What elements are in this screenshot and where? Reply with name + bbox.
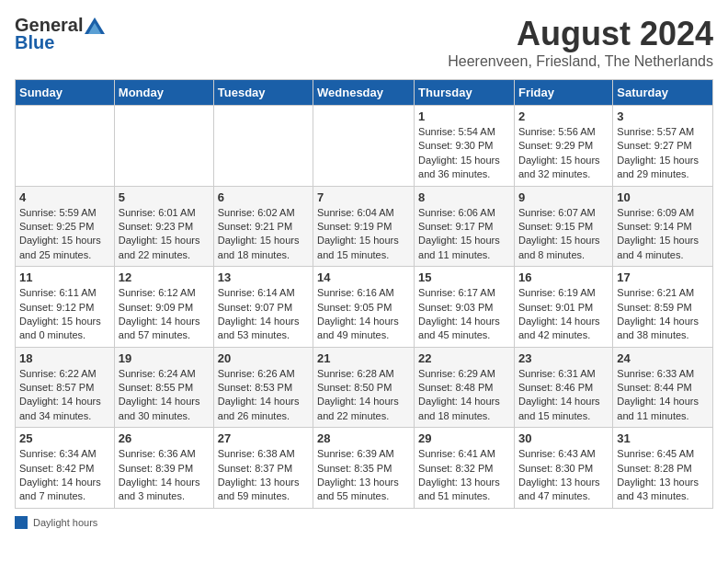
day-info: Sunrise: 6:38 AM Sunset: 8:37 PM Dayligh… [218,447,309,504]
calendar-cell: 11Sunrise: 6:11 AM Sunset: 9:12 PM Dayli… [16,267,115,348]
day-info: Sunrise: 5:57 AM Sunset: 9:27 PM Dayligh… [617,125,709,182]
page-header: General Blue August 2024 Heerenveen, Fri… [15,15,713,70]
day-info: Sunrise: 6:43 AM Sunset: 8:30 PM Dayligh… [518,447,609,504]
day-info: Sunrise: 5:56 AM Sunset: 9:29 PM Dayligh… [518,125,609,182]
day-number: 24 [617,351,709,365]
weekday-header-tuesday: Tuesday [213,80,313,106]
location: Heerenveen, Friesland, The Netherlands [448,53,713,70]
calendar-cell: 31Sunrise: 6:45 AM Sunset: 8:28 PM Dayli… [613,428,713,509]
legend-label: Daylight hours [33,517,97,528]
calendar-cell: 17Sunrise: 6:21 AM Sunset: 8:59 PM Dayli… [613,267,713,348]
calendar-cell: 14Sunrise: 6:16 AM Sunset: 9:05 PM Dayli… [313,267,415,348]
weekday-header-thursday: Thursday [415,80,515,106]
day-number: 9 [518,190,609,204]
day-info: Sunrise: 6:07 AM Sunset: 9:15 PM Dayligh… [518,206,609,263]
logo-icon [85,17,105,34]
weekday-header-wednesday: Wednesday [313,80,415,106]
day-number: 16 [518,270,609,284]
day-number: 23 [518,351,609,365]
calendar-cell: 23Sunrise: 6:31 AM Sunset: 8:46 PM Dayli… [514,347,612,428]
calendar-cell: 6Sunrise: 6:02 AM Sunset: 9:21 PM Daylig… [213,186,313,267]
day-number: 13 [218,270,309,284]
day-number: 25 [19,431,110,445]
calendar-cell: 5Sunrise: 6:01 AM Sunset: 9:23 PM Daylig… [114,186,213,267]
weekday-header-sunday: Sunday [16,80,115,106]
calendar-week-1: 1Sunrise: 5:54 AM Sunset: 9:30 PM Daylig… [16,106,713,187]
day-info: Sunrise: 6:45 AM Sunset: 8:28 PM Dayligh… [617,447,709,504]
day-number: 18 [19,351,110,365]
day-info: Sunrise: 6:09 AM Sunset: 9:14 PM Dayligh… [617,206,709,263]
day-info: Sunrise: 6:16 AM Sunset: 9:05 PM Dayligh… [317,286,410,343]
calendar-cell: 21Sunrise: 6:28 AM Sunset: 8:50 PM Dayli… [313,347,415,428]
day-number: 11 [19,270,110,284]
day-info: Sunrise: 6:04 AM Sunset: 9:19 PM Dayligh… [317,206,410,263]
day-number: 14 [317,270,410,284]
day-number: 30 [518,431,609,445]
day-info: Sunrise: 6:14 AM Sunset: 9:07 PM Dayligh… [218,286,309,343]
calendar-cell: 15Sunrise: 6:17 AM Sunset: 9:03 PM Dayli… [415,267,515,348]
day-number: 2 [518,109,609,123]
day-info: Sunrise: 5:59 AM Sunset: 9:25 PM Dayligh… [19,206,110,263]
legend: Daylight hours [15,516,713,529]
day-number: 5 [119,190,210,204]
calendar-cell: 10Sunrise: 6:09 AM Sunset: 9:14 PM Dayli… [613,186,713,267]
weekday-header-saturday: Saturday [613,80,713,106]
day-number: 28 [317,431,410,445]
day-info: Sunrise: 6:41 AM Sunset: 8:32 PM Dayligh… [418,447,510,504]
weekday-header-monday: Monday [114,80,213,106]
day-info: Sunrise: 6:21 AM Sunset: 8:59 PM Dayligh… [617,286,709,343]
calendar-cell: 18Sunrise: 6:22 AM Sunset: 8:57 PM Dayli… [16,347,115,428]
day-number: 4 [19,190,110,204]
day-info: Sunrise: 6:17 AM Sunset: 9:03 PM Dayligh… [418,286,510,343]
day-info: Sunrise: 6:11 AM Sunset: 9:12 PM Dayligh… [19,286,110,343]
calendar-cell: 20Sunrise: 6:26 AM Sunset: 8:53 PM Dayli… [213,347,313,428]
day-number: 15 [418,270,510,284]
weekday-header-row: SundayMondayTuesdayWednesdayThursdayFrid… [16,80,713,106]
month-title: August 2024 [448,15,713,53]
day-info: Sunrise: 6:28 AM Sunset: 8:50 PM Dayligh… [317,367,410,424]
calendar-week-3: 11Sunrise: 6:11 AM Sunset: 9:12 PM Dayli… [16,267,713,348]
day-info: Sunrise: 6:02 AM Sunset: 9:21 PM Dayligh… [218,206,309,263]
day-number: 20 [218,351,309,365]
logo-blue-text: Blue [15,32,54,53]
day-info: Sunrise: 6:29 AM Sunset: 8:48 PM Dayligh… [418,367,510,424]
day-number: 1 [418,109,510,123]
calendar-cell: 27Sunrise: 6:38 AM Sunset: 8:37 PM Dayli… [213,428,313,509]
day-number: 27 [218,431,309,445]
day-info: Sunrise: 6:36 AM Sunset: 8:39 PM Dayligh… [119,447,210,504]
calendar-cell: 25Sunrise: 6:34 AM Sunset: 8:42 PM Dayli… [16,428,115,509]
calendar-cell [213,106,313,187]
day-number: 22 [418,351,510,365]
day-info: Sunrise: 6:26 AM Sunset: 8:53 PM Dayligh… [218,367,309,424]
calendar-cell: 30Sunrise: 6:43 AM Sunset: 8:30 PM Dayli… [514,428,612,509]
day-info: Sunrise: 6:24 AM Sunset: 8:55 PM Dayligh… [119,367,210,424]
day-info: Sunrise: 6:19 AM Sunset: 9:01 PM Dayligh… [518,286,609,343]
calendar-week-4: 18Sunrise: 6:22 AM Sunset: 8:57 PM Dayli… [16,347,713,428]
title-area: August 2024 Heerenveen, Friesland, The N… [448,15,713,70]
calendar-cell: 12Sunrise: 6:12 AM Sunset: 9:09 PM Dayli… [114,267,213,348]
calendar-week-2: 4Sunrise: 5:59 AM Sunset: 9:25 PM Daylig… [16,186,713,267]
logo: General Blue [15,15,105,53]
calendar-table: SundayMondayTuesdayWednesdayThursdayFrid… [15,79,713,509]
calendar-cell: 26Sunrise: 6:36 AM Sunset: 8:39 PM Dayli… [114,428,213,509]
calendar-cell: 7Sunrise: 6:04 AM Sunset: 9:19 PM Daylig… [313,186,415,267]
calendar-cell: 19Sunrise: 6:24 AM Sunset: 8:55 PM Dayli… [114,347,213,428]
day-info: Sunrise: 6:31 AM Sunset: 8:46 PM Dayligh… [518,367,609,424]
day-number: 19 [119,351,210,365]
calendar-cell: 3Sunrise: 5:57 AM Sunset: 9:27 PM Daylig… [613,106,713,187]
day-number: 29 [418,431,510,445]
day-number: 31 [617,431,709,445]
calendar-cell: 22Sunrise: 6:29 AM Sunset: 8:48 PM Dayli… [415,347,515,428]
day-number: 6 [218,190,309,204]
calendar-cell: 2Sunrise: 5:56 AM Sunset: 9:29 PM Daylig… [514,106,612,187]
day-info: Sunrise: 6:34 AM Sunset: 8:42 PM Dayligh… [19,447,110,504]
calendar-cell: 4Sunrise: 5:59 AM Sunset: 9:25 PM Daylig… [16,186,115,267]
calendar-cell: 28Sunrise: 6:39 AM Sunset: 8:35 PM Dayli… [313,428,415,509]
calendar-cell: 24Sunrise: 6:33 AM Sunset: 8:44 PM Dayli… [613,347,713,428]
calendar-cell: 13Sunrise: 6:14 AM Sunset: 9:07 PM Dayli… [213,267,313,348]
calendar-cell: 16Sunrise: 6:19 AM Sunset: 9:01 PM Dayli… [514,267,612,348]
day-info: Sunrise: 6:22 AM Sunset: 8:57 PM Dayligh… [19,367,110,424]
day-number: 10 [617,190,709,204]
calendar-cell: 9Sunrise: 6:07 AM Sunset: 9:15 PM Daylig… [514,186,612,267]
day-number: 3 [617,109,709,123]
